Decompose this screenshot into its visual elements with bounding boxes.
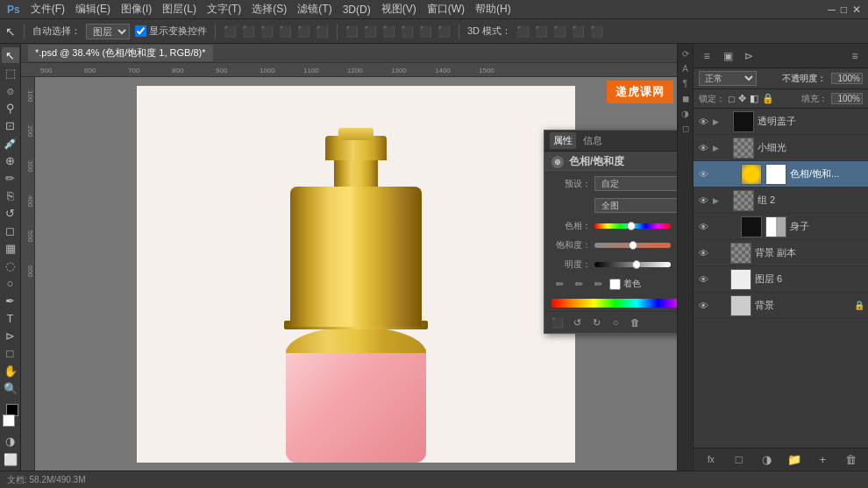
layer-expand-arrow[interactable]: ▶ bbox=[713, 144, 719, 152]
delete-layer-button[interactable]: 🗑 bbox=[841, 450, 860, 470]
distribute-icon4[interactable]: ⬛ bbox=[401, 25, 414, 38]
quick-mask-tool[interactable]: ◑ bbox=[2, 434, 19, 449]
paths-icon[interactable]: ⊳ bbox=[739, 46, 758, 66]
history-tool[interactable]: ↺ bbox=[2, 205, 19, 221]
align-top-icon[interactable]: ⬛ bbox=[279, 25, 292, 38]
3d-btn2[interactable]: ⬛ bbox=[535, 25, 548, 38]
lock-all-icon[interactable]: 🔒 bbox=[762, 93, 774, 104]
eyedropper-add-icon[interactable]: ✏ bbox=[551, 276, 567, 292]
pen-tool[interactable]: ✒ bbox=[2, 294, 19, 309]
layer-visibility-eye[interactable]: 👁 bbox=[697, 194, 709, 207]
menu-filter[interactable]: 滤镜(T) bbox=[297, 2, 331, 17]
colorize-checkbox[interactable] bbox=[609, 279, 621, 290]
masks-panel-icon[interactable]: ◻ bbox=[679, 122, 692, 134]
align-right-icon[interactable]: ⬛ bbox=[260, 25, 274, 38]
show-transform-checkbox[interactable] bbox=[135, 25, 146, 37]
align-middle-icon[interactable]: ⬛ bbox=[297, 25, 310, 38]
lightness-thumb[interactable] bbox=[632, 260, 641, 269]
path-select-tool[interactable]: ⊳ bbox=[2, 329, 19, 344]
menu-view[interactable]: 视图(V) bbox=[381, 2, 416, 17]
layer-expand-arrow[interactable]: ▶ bbox=[713, 196, 719, 205]
distribute-icon6[interactable]: ⬛ bbox=[438, 25, 451, 38]
hand-tool[interactable]: ✋ bbox=[2, 364, 19, 379]
align-left-icon[interactable]: ⬛ bbox=[224, 25, 237, 38]
menu-window[interactable]: 窗口(W) bbox=[427, 2, 465, 17]
show-transform-label[interactable]: 显示变换控件 bbox=[135, 25, 207, 38]
layer-item-transparent-lid[interactable]: 👁 ▶ 透明盖子 bbox=[694, 109, 868, 135]
close-button[interactable]: ✕ bbox=[852, 4, 861, 16]
brush-tool[interactable]: ✏ bbox=[2, 170, 19, 186]
menu-layer[interactable]: 图层(L) bbox=[162, 2, 196, 17]
move-tool[interactable]: ↖ bbox=[2, 47, 19, 63]
add-group-button[interactable]: 📁 bbox=[785, 450, 804, 470]
lock-transparent-icon[interactable]: □ bbox=[729, 94, 735, 104]
3d-btn5[interactable]: ⬛ bbox=[590, 25, 603, 38]
paragraph-panel-icon[interactable]: ¶ bbox=[679, 77, 692, 89]
preset-select[interactable]: 自定 bbox=[594, 176, 677, 191]
distribute-icon1[interactable]: ⬛ bbox=[345, 25, 359, 38]
crop-tool[interactable]: ⊡ bbox=[2, 117, 19, 133]
layer-visibility-eye[interactable]: 👁 bbox=[697, 168, 709, 180]
align-center-icon[interactable]: ⬛ bbox=[242, 25, 255, 38]
shape-tool[interactable]: □ bbox=[2, 346, 19, 362]
layer-visibility-eye[interactable]: 👁 bbox=[697, 142, 709, 154]
canvas-content[interactable]: 属性 信息 ≡ ⊕ 色相/饱和度 预设： 自定 bbox=[35, 77, 677, 470]
add-mask-button[interactable]: □ bbox=[729, 450, 749, 470]
auto-select-dropdown[interactable]: 图层 组 bbox=[86, 24, 130, 39]
channels-icon[interactable]: ▣ bbox=[718, 46, 737, 66]
eyedropper-plus-icon[interactable]: ✏ bbox=[571, 276, 587, 292]
distribute-icon3[interactable]: ⬛ bbox=[382, 25, 395, 38]
layer-item-small-light[interactable]: 👁 ▶ 小细光 bbox=[694, 135, 868, 161]
saturation-thumb[interactable] bbox=[629, 241, 637, 250]
blur-tool[interactable]: ◌ bbox=[2, 258, 19, 274]
text-tool[interactable]: T bbox=[2, 311, 19, 327]
fill-input[interactable] bbox=[831, 93, 863, 104]
layer-fx-button[interactable]: fx bbox=[701, 450, 721, 470]
background-color[interactable] bbox=[3, 414, 15, 427]
screen-mode-tool[interactable]: ⬜ bbox=[2, 451, 19, 467]
menu-help[interactable]: 帮助(H) bbox=[475, 2, 511, 17]
gradient-tool[interactable]: ▦ bbox=[2, 241, 19, 257]
quick-select-tool[interactable]: ⚲ bbox=[2, 100, 19, 116]
hue-thumb[interactable] bbox=[627, 222, 636, 230]
menu-3d[interactable]: 3D(D) bbox=[343, 4, 371, 16]
panel-options-icon[interactable]: ≡ bbox=[845, 46, 864, 66]
lightness-slider[interactable] bbox=[594, 261, 671, 268]
layer-item-body[interactable]: 👁 身子 bbox=[694, 214, 868, 240]
previous-state-icon[interactable]: ↺ bbox=[569, 315, 585, 330]
align-bottom-icon[interactable]: ⬛ bbox=[316, 25, 329, 38]
dodge-tool[interactable]: ○ bbox=[2, 276, 19, 292]
opacity-input[interactable] bbox=[831, 73, 863, 84]
reset-icon[interactable]: ○ bbox=[608, 315, 623, 330]
layer-expand-arrow[interactable]: ▶ bbox=[713, 117, 719, 126]
next-state-icon[interactable]: ↻ bbox=[588, 315, 604, 330]
layer-item-group2[interactable]: 👁 ▶ 组 2 bbox=[694, 187, 868, 214]
adjustments-panel-icon[interactable]: ◑ bbox=[679, 107, 692, 119]
layer-visibility-eye[interactable]: 👁 bbox=[697, 273, 709, 286]
menu-ps-logo[interactable]: Ps bbox=[7, 4, 20, 16]
layer-visibility-eye[interactable]: 👁 bbox=[697, 247, 709, 259]
clone-tool[interactable]: ⎘ bbox=[2, 187, 19, 203]
eyedropper-minus-icon[interactable]: ✏ bbox=[590, 276, 606, 292]
layer-visibility-eye[interactable]: 👁 bbox=[697, 300, 709, 312]
menu-image[interactable]: 图像(I) bbox=[121, 2, 152, 17]
healing-tool[interactable]: ⊕ bbox=[2, 152, 19, 168]
lasso-tool[interactable]: ⌾ bbox=[2, 82, 19, 98]
minimize-button[interactable]: ─ bbox=[828, 4, 836, 16]
layer-item-hue-saturation[interactable]: 👁 色相/饱和... bbox=[694, 161, 868, 187]
clip-to-layer-icon[interactable]: ⬛ bbox=[550, 315, 566, 330]
channel-select[interactable]: 全图 bbox=[594, 198, 677, 213]
lock-image-icon[interactable]: ✥ bbox=[738, 93, 746, 104]
blending-mode-select[interactable]: 正常 溶解 正片叠底 bbox=[699, 71, 757, 86]
colorize-checkbox-label[interactable]: 着色 bbox=[609, 278, 641, 290]
layer-item-bg-copy[interactable]: 👁 背景 副本 bbox=[694, 240, 868, 266]
history-panel-icon[interactable]: ⟳ bbox=[679, 47, 692, 60]
saturation-slider[interactable] bbox=[594, 242, 671, 249]
layer-visibility-eye[interactable]: 👁 bbox=[697, 116, 709, 128]
delete-adjustment-icon[interactable]: 🗑 bbox=[627, 315, 643, 330]
layer-item-layer6[interactable]: 👁 图层 6 bbox=[694, 266, 868, 293]
marquee-tool[interactable]: ⬚ bbox=[2, 65, 19, 81]
canvas-tab-label[interactable]: *.psd @ 38.4% (色相/饱和度 1, RGB/8)* bbox=[28, 45, 213, 61]
eraser-tool[interactable]: ◻ bbox=[2, 223, 19, 238]
maximize-button[interactable]: □ bbox=[841, 4, 847, 16]
